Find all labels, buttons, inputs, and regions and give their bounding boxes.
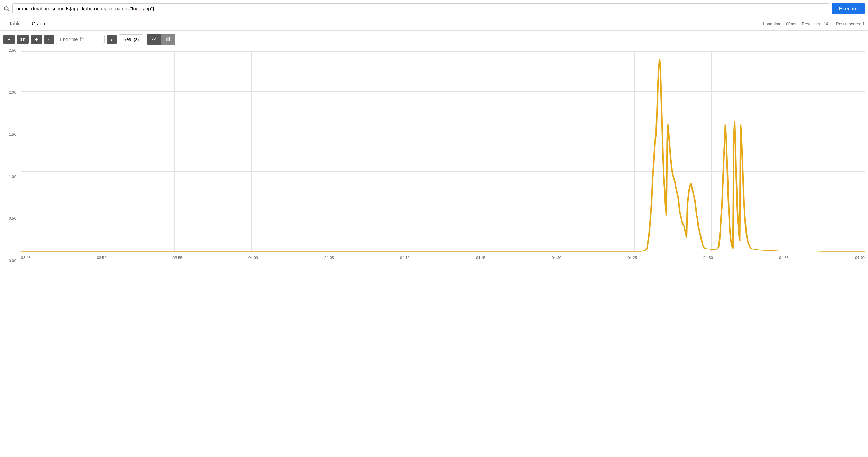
chart-area: 0.00 0.50 1.00 1.50 2.00 2.50 xyxy=(0,48,868,263)
x-label-11: 04:40 xyxy=(855,256,865,260)
search-icon xyxy=(3,6,10,12)
resolution: Resolution: 14s xyxy=(802,21,831,26)
svg-rect-7 xyxy=(168,37,169,41)
y-label-4: 2.00 xyxy=(9,90,16,95)
search-bar: Execute xyxy=(0,0,868,17)
x-axis: 03:45 03:50 03:55 04:00 04:05 04:10 04:1… xyxy=(21,256,865,260)
y-label-5: 2.50 xyxy=(9,48,16,52)
svg-rect-6 xyxy=(166,38,167,41)
x-label-8: 04:25 xyxy=(627,256,637,260)
y-axis: 0.00 0.50 1.00 1.50 2.00 2.50 xyxy=(0,48,19,263)
prev-button[interactable]: ‹ xyxy=(44,35,54,44)
x-label-2: 03:55 xyxy=(173,256,182,260)
load-time: Load time: 100ms xyxy=(763,21,796,26)
chart-line xyxy=(21,52,865,252)
tab-table[interactable]: Table xyxy=(3,17,26,30)
x-label-4: 04:05 xyxy=(324,256,334,260)
meta-info: Load time: 100ms Resolution: 14s Result … xyxy=(763,21,865,26)
duration-label: 1h xyxy=(17,35,29,44)
svg-point-0 xyxy=(4,7,8,10)
next-button[interactable]: › xyxy=(107,35,117,44)
x-label-10: 04:35 xyxy=(779,256,789,260)
x-label-1: 03:50 xyxy=(97,256,107,260)
plus-button[interactable]: + xyxy=(31,35,42,44)
bar-chart-button[interactable] xyxy=(161,34,175,45)
y-label-0: 0.00 xyxy=(9,259,16,263)
y-label-2: 1.00 xyxy=(9,174,16,179)
end-time-picker[interactable]: End time xyxy=(56,35,105,44)
x-label-0: 03:45 xyxy=(21,256,31,260)
svg-line-1 xyxy=(8,10,9,11)
svg-rect-2 xyxy=(80,37,84,41)
y-label-1: 0.50 xyxy=(9,216,16,221)
query-input[interactable] xyxy=(12,3,829,14)
execute-button[interactable]: Execute xyxy=(832,3,865,14)
chart-type-group xyxy=(147,34,175,45)
minus-button[interactable]: − xyxy=(3,35,15,44)
controls-row: − 1h + ‹ End time › Res. (s) xyxy=(0,31,868,48)
x-label-3: 04:00 xyxy=(248,256,258,260)
result-series: Result series: 1 xyxy=(836,21,865,26)
y-label-3: 1.50 xyxy=(9,132,16,136)
x-label-6: 04:15 xyxy=(476,256,486,260)
tabs-row: Table Graph Load time: 100ms Resolution:… xyxy=(0,17,868,31)
calendar-icon xyxy=(80,36,85,42)
svg-rect-8 xyxy=(169,37,170,41)
x-label-9: 04:30 xyxy=(703,256,713,260)
end-time-label: End time xyxy=(60,37,78,42)
x-label-7: 04:20 xyxy=(552,256,561,260)
tab-graph[interactable]: Graph xyxy=(26,17,51,30)
line-chart-button[interactable] xyxy=(147,34,161,45)
x-label-5: 04:10 xyxy=(400,256,410,260)
chart-inner: 03:45 03:50 03:55 04:00 04:05 04:10 04:1… xyxy=(21,52,865,252)
resolution-button[interactable]: Res. (s) xyxy=(119,34,144,44)
